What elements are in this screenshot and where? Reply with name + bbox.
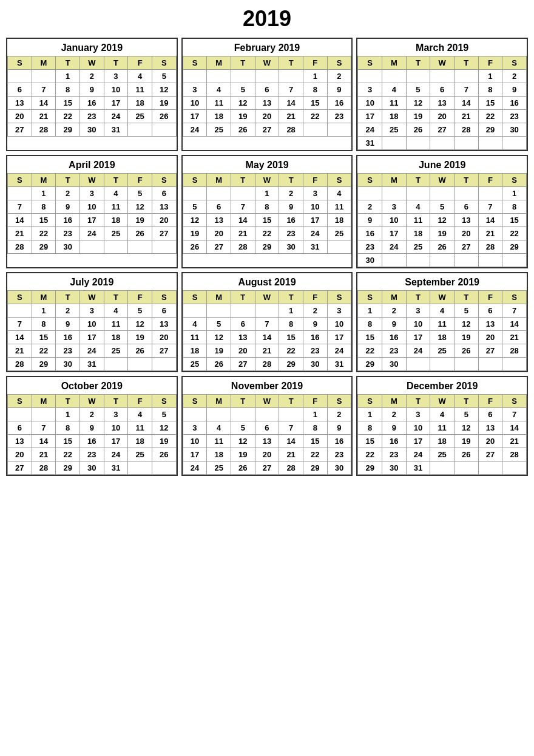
day-cell: 12	[430, 214, 455, 227]
day-cell: 9	[56, 318, 80, 331]
day-cell: 28	[32, 123, 56, 137]
day-cell: 12	[454, 318, 478, 331]
day-cell: 13	[478, 318, 502, 331]
day-cell: 3	[303, 187, 327, 200]
day-cell: 7	[8, 318, 32, 331]
day-header: M	[207, 291, 231, 304]
day-cell: 1	[478, 70, 502, 83]
day-cell: 1	[279, 304, 303, 318]
empty-cell	[406, 137, 430, 150]
day-header: F	[128, 174, 152, 187]
day-cell: 1	[56, 70, 80, 83]
day-cell: 26	[406, 123, 430, 137]
day-header: F	[478, 174, 502, 187]
day-cell: 29	[502, 240, 527, 254]
empty-cell	[183, 70, 207, 83]
day-cell: 30	[279, 240, 303, 254]
day-cell: 10	[104, 83, 128, 97]
day-cell: 18	[128, 97, 152, 110]
month-table-3: SMTWTFS123456789101112131415161718192021…	[357, 56, 527, 150]
day-header: S	[358, 291, 382, 304]
day-cell: 15	[56, 97, 80, 110]
day-cell: 27	[478, 344, 502, 358]
day-header: F	[128, 56, 152, 70]
empty-cell	[478, 254, 502, 267]
day-cell: 5	[231, 83, 255, 97]
day-cell: 31	[406, 461, 430, 475]
month-block-11: November 2019SMTWTFS12345678910111213141…	[181, 376, 353, 476]
day-header: S	[8, 56, 32, 70]
empty-cell	[183, 187, 207, 200]
day-cell: 12	[231, 97, 255, 110]
day-cell: 20	[478, 435, 502, 448]
day-cell: 25	[382, 123, 406, 137]
day-cell: 24	[104, 448, 128, 461]
day-header: T	[406, 291, 430, 304]
empty-cell	[207, 187, 231, 200]
day-cell: 29	[358, 358, 382, 371]
day-cell: 21	[478, 227, 502, 240]
day-cell: 26	[454, 344, 478, 358]
day-cell: 22	[56, 110, 80, 123]
month-title-9: September 2019	[357, 273, 527, 290]
day-cell: 2	[502, 70, 527, 83]
day-cell: 9	[327, 421, 351, 435]
day-cell: 19	[152, 97, 176, 110]
day-cell: 17	[327, 331, 351, 344]
empty-cell	[152, 240, 176, 254]
day-cell: 29	[478, 123, 502, 137]
day-header: W	[255, 291, 279, 304]
day-cell: 24	[79, 344, 104, 358]
day-cell: 29	[255, 240, 279, 254]
day-header: W	[255, 395, 279, 408]
day-cell: 21	[8, 227, 32, 240]
day-cell: 23	[382, 448, 406, 461]
day-cell: 28	[279, 461, 303, 475]
day-cell: 6	[255, 421, 279, 435]
day-cell: 15	[478, 97, 502, 110]
day-cell: 30	[303, 358, 327, 371]
month-title-4: April 2019	[7, 156, 177, 173]
day-cell: 30	[79, 461, 104, 475]
empty-cell	[207, 304, 231, 318]
day-cell: 18	[430, 435, 455, 448]
day-cell: 5	[183, 200, 207, 214]
day-cell: 28	[32, 461, 56, 475]
day-cell: 22	[56, 448, 80, 461]
day-cell: 3	[104, 408, 128, 421]
day-cell: 22	[32, 227, 56, 240]
day-cell: 14	[478, 214, 502, 227]
day-header: S	[8, 395, 32, 408]
empty-cell	[502, 254, 527, 267]
day-header: W	[430, 291, 455, 304]
day-cell: 4	[430, 408, 455, 421]
day-cell: 2	[79, 408, 104, 421]
day-cell: 22	[358, 448, 382, 461]
day-header: W	[430, 174, 455, 187]
empty-cell	[32, 408, 56, 421]
empty-cell	[231, 408, 255, 421]
day-cell: 17	[104, 97, 128, 110]
day-cell: 12	[183, 214, 207, 227]
empty-cell	[231, 70, 255, 83]
day-cell: 16	[327, 97, 351, 110]
empty-cell	[255, 408, 279, 421]
month-table-7: SMTWTFS123456789101112131415161718192021…	[7, 290, 177, 371]
day-cell: 20	[8, 448, 32, 461]
day-cell: 19	[152, 435, 176, 448]
day-cell: 22	[303, 448, 327, 461]
day-cell: 10	[382, 214, 406, 227]
empty-cell	[406, 187, 430, 200]
empty-cell	[406, 358, 430, 371]
day-cell: 3	[358, 83, 382, 97]
month-table-8: SMTWTFS123456789101112131415161718192021…	[183, 290, 352, 371]
day-cell: 7	[231, 200, 255, 214]
day-cell: 23	[327, 448, 351, 461]
day-cell: 2	[382, 408, 406, 421]
day-cell: 2	[327, 408, 351, 421]
empty-cell	[231, 304, 255, 318]
day-cell: 4	[430, 304, 455, 318]
day-cell: 4	[207, 83, 231, 97]
day-cell: 3	[79, 187, 104, 200]
empty-cell	[454, 358, 478, 371]
